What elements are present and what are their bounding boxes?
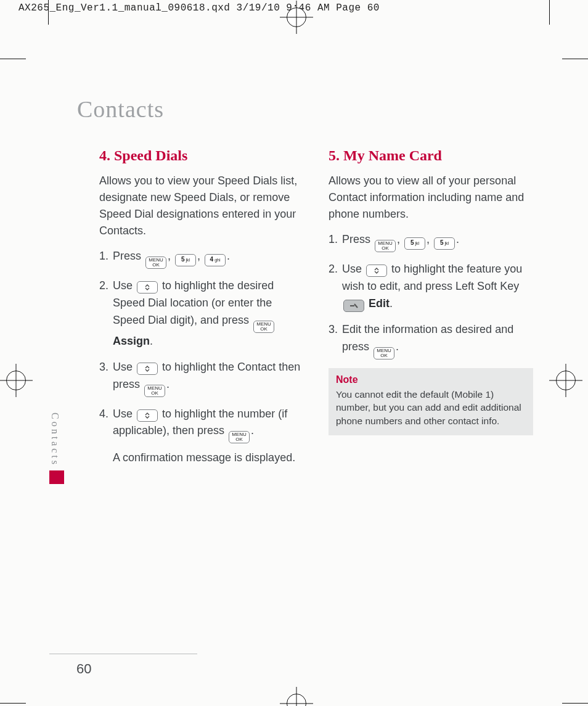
step-number: 3. bbox=[329, 321, 342, 359]
note-body: You cannot edit the default (Mobile 1) n… bbox=[336, 388, 526, 428]
registration-mark-icon bbox=[556, 371, 576, 390]
four-key-icon: 4ghi bbox=[205, 254, 226, 266]
step: 4. Use to highlight the number (if appli… bbox=[99, 406, 304, 467]
step-text: Use bbox=[113, 361, 136, 373]
step-text: Edit the information as desired and pres… bbox=[342, 323, 513, 353]
step-bold: Edit bbox=[369, 297, 390, 310]
five-key-icon: 5jkl bbox=[434, 237, 455, 250]
crop-mark bbox=[0, 59, 26, 59]
nav-key-icon bbox=[366, 265, 387, 277]
step: 2. Use to highlight the desired Speed Di… bbox=[99, 277, 304, 350]
menu-ok-key-icon: MENUOK bbox=[144, 385, 165, 397]
step: 3. Use to highlight the Contact then pre… bbox=[99, 359, 304, 397]
menu-ok-key-icon: MENUOK bbox=[145, 257, 166, 269]
crop-mark bbox=[549, 0, 550, 25]
step: 1. Press MENUOK, 5jkl, 5jkl. bbox=[329, 231, 533, 252]
chapter-title: Contacts bbox=[77, 96, 533, 123]
registration-mark-icon bbox=[287, 694, 306, 706]
step: 1. Press MENUOK, 5jkl, 4ghi. bbox=[99, 248, 304, 269]
side-tab: Contacts bbox=[49, 410, 64, 484]
section-my-name-card: 5. My Name Card Allows you to view all o… bbox=[329, 147, 533, 475]
nav-key-icon bbox=[137, 281, 158, 293]
manual-page: AX265_Eng_Ver1.1_manual_090618.qxd 3/19/… bbox=[0, 0, 588, 706]
section-intro: Allows you to view your Speed Dials list… bbox=[99, 173, 304, 239]
step-text: Press bbox=[342, 233, 374, 245]
step-text: Use bbox=[342, 263, 365, 275]
menu-ok-key-icon: MENUOK bbox=[253, 321, 274, 333]
step-number: 3. bbox=[99, 359, 113, 397]
step-sub: A confirmation message is displayed. bbox=[113, 449, 304, 467]
step-text: Use bbox=[113, 279, 136, 292]
print-slug: AX265_Eng_Ver1.1_manual_090618.qxd 3/19/… bbox=[18, 2, 380, 14]
five-key-icon: 5jkl bbox=[175, 254, 196, 266]
section-heading: 4. Speed Dials bbox=[99, 147, 304, 164]
nav-key-icon bbox=[137, 363, 158, 375]
note-box: Note You cannot edit the default (Mobile… bbox=[329, 368, 533, 435]
left-soft-key-icon bbox=[343, 300, 364, 312]
crop-mark bbox=[562, 703, 588, 704]
step-number: 4. bbox=[99, 406, 113, 467]
step-bold: Assign bbox=[113, 335, 150, 347]
crop-mark bbox=[48, 0, 49, 25]
menu-ok-key-icon: MENUOK bbox=[375, 240, 396, 252]
step-number: 1. bbox=[329, 231, 342, 252]
side-tab-marker bbox=[49, 470, 64, 484]
page-content: Contacts 4. Speed Dials Allows you to vi… bbox=[77, 96, 533, 475]
registration-mark-icon bbox=[6, 371, 26, 390]
footer-rule bbox=[49, 654, 197, 654]
page-number: 60 bbox=[76, 661, 91, 677]
crop-mark bbox=[0, 703, 26, 704]
section-intro: Allows you to view all of your personal … bbox=[329, 173, 533, 223]
section-speed-dials: 4. Speed Dials Allows you to view your S… bbox=[99, 147, 304, 475]
registration-mark-icon bbox=[287, 7, 306, 27]
menu-ok-key-icon: MENUOK bbox=[374, 347, 394, 359]
side-tab-label: Contacts bbox=[49, 410, 60, 469]
menu-ok-key-icon: MENUOK bbox=[229, 431, 250, 443]
step-number: 2. bbox=[329, 261, 342, 313]
section-heading: 5. My Name Card bbox=[329, 147, 533, 164]
svg-rect-0 bbox=[350, 305, 354, 306]
note-heading: Note bbox=[336, 374, 526, 385]
step-text: Press bbox=[113, 250, 144, 262]
crop-mark bbox=[562, 59, 588, 59]
step-number: 2. bbox=[99, 277, 113, 350]
five-key-icon: 5jkl bbox=[404, 237, 425, 250]
step: 3. Edit the information as desired and p… bbox=[329, 321, 533, 359]
step-number: 1. bbox=[99, 248, 113, 269]
step: 2. Use to highlight the feature you wish… bbox=[329, 261, 533, 313]
step-text: Use bbox=[113, 408, 136, 420]
nav-key-icon bbox=[137, 409, 158, 422]
